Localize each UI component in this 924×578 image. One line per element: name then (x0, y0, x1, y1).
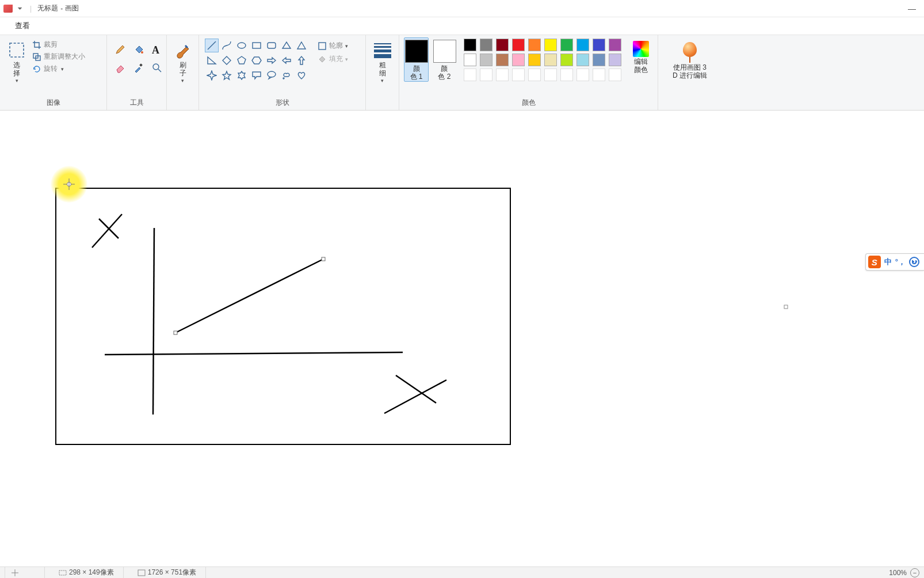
svg-rect-0 (10, 43, 24, 57)
color-swatch[interactable] (576, 54, 589, 66)
fill-button[interactable]: 填充▾ (318, 54, 348, 64)
color-swatch[interactable] (560, 39, 573, 51)
text-tool[interactable]: A (152, 44, 162, 55)
color-swatch[interactable] (512, 54, 525, 66)
shape-pentagon[interactable] (235, 54, 249, 67)
shape-arrow-up[interactable] (295, 54, 308, 67)
color-swatch[interactable] (512, 39, 525, 51)
canvas[interactable] (0, 115, 788, 553)
color-swatch-empty[interactable] (496, 69, 509, 81)
color-swatch[interactable] (609, 54, 621, 66)
svg-point-3 (141, 51, 143, 54)
edit-colors-button[interactable]: 编辑 颜色 (629, 37, 653, 74)
shape-oval[interactable] (235, 39, 249, 52)
color-swatch[interactable] (593, 39, 605, 51)
shape-diamond[interactable] (220, 54, 234, 67)
color-swatch-empty[interactable] (464, 69, 476, 81)
svg-line-17 (175, 259, 323, 333)
ime-punctuation[interactable]: °， (895, 257, 906, 267)
color-swatch-empty[interactable] (576, 69, 589, 81)
shape-star5[interactable] (220, 69, 234, 82)
paint3d-button[interactable]: 使用画图 3 D 进行编辑 (663, 37, 717, 93)
resize-icon (32, 52, 41, 62)
color2-button[interactable]: 颜 色 2 (432, 37, 457, 81)
color-swatch[interactable] (464, 54, 476, 66)
shape-hexagon[interactable] (250, 54, 264, 67)
workspace[interactable] (0, 111, 924, 566)
svg-rect-24 (138, 570, 145, 576)
ime-emoji-icon[interactable] (909, 257, 919, 267)
color-swatch[interactable] (480, 39, 492, 51)
color1-swatch (405, 40, 428, 63)
shape-star6[interactable] (235, 69, 249, 82)
shapes-gallery[interactable] (204, 37, 310, 83)
crop-button[interactable]: 裁剪 (32, 40, 85, 50)
shape-triangle[interactable] (295, 39, 308, 52)
color-swatch-empty[interactable] (480, 69, 492, 81)
shape-line[interactable] (205, 39, 219, 52)
color-swatch-empty[interactable] (512, 69, 525, 81)
color-swatch[interactable] (593, 54, 605, 66)
svg-line-13 (92, 214, 122, 248)
color-swatch[interactable] (609, 39, 621, 51)
shape-rect[interactable] (250, 39, 264, 52)
magnifier-tool[interactable] (152, 63, 162, 73)
shape-callout-oval[interactable] (265, 69, 278, 82)
outline-button[interactable]: 轮廓▾ (318, 41, 348, 51)
color-swatch[interactable] (528, 54, 541, 66)
shape-polygon[interactable] (280, 39, 293, 52)
color-swatch-empty[interactable] (544, 69, 557, 81)
shape-callout-cloud[interactable] (280, 69, 293, 82)
color-swatch[interactable] (544, 54, 557, 66)
shape-curve[interactable] (220, 39, 234, 52)
color-swatch[interactable] (464, 39, 476, 51)
pencil-tool[interactable] (115, 44, 125, 55)
thickness-icon (374, 43, 391, 58)
bucket-tool[interactable] (133, 44, 144, 55)
brush-icon (174, 41, 192, 59)
eraser-tool[interactable] (115, 63, 125, 73)
shape-star4[interactable] (205, 69, 219, 82)
rotate-icon (32, 64, 41, 74)
minimize-button[interactable]: — (908, 4, 916, 13)
qat-dropdown-icon[interactable]: ⏷ (15, 5, 25, 12)
size-button[interactable]: 粗 细 ▾ (371, 37, 394, 93)
ime-language[interactable]: 中 (884, 257, 892, 267)
select-button[interactable]: 选 择 ▾ (5, 37, 29, 93)
rainbow-icon (633, 41, 649, 57)
color-swatch-empty[interactable] (560, 69, 573, 81)
color-swatch-empty[interactable] (528, 69, 541, 81)
color2-swatch (433, 40, 456, 63)
paint3d-icon (682, 42, 698, 63)
shape-callout-rect[interactable] (250, 69, 264, 82)
svg-rect-22 (784, 305, 788, 309)
title-bar: ⏷ | 无标题 - 画图 — (0, 0, 924, 17)
crop-icon (32, 40, 41, 50)
group-label-image: 图像 (5, 97, 102, 109)
color-swatch[interactable] (496, 54, 509, 66)
color-swatch-empty[interactable] (609, 69, 621, 81)
color-swatch[interactable] (496, 39, 509, 51)
color1-button[interactable]: 颜 色 1 (404, 37, 429, 82)
shape-roundrect[interactable] (265, 39, 278, 52)
ime-toolbar[interactable]: S 中 °， (865, 253, 924, 271)
resize-button[interactable]: 重新调整大小 (32, 52, 85, 62)
color-swatch[interactable] (528, 39, 541, 51)
color-swatch[interactable] (576, 39, 589, 51)
tab-view[interactable]: 查看 (10, 18, 35, 33)
color-swatch-empty[interactable] (593, 69, 605, 81)
fill-icon (318, 55, 327, 64)
color-swatch[interactable] (560, 54, 573, 66)
shape-right-triangle[interactable] (205, 54, 219, 67)
shape-heart[interactable] (295, 69, 308, 82)
shape-arrow-left[interactable] (280, 54, 293, 67)
color-swatch[interactable] (480, 54, 492, 66)
rotate-button[interactable]: 旋转▾ (32, 64, 85, 74)
eyedropper-tool[interactable] (133, 63, 144, 73)
brushes-button[interactable]: 刷 子 ▾ (171, 37, 194, 93)
shape-arrow-right[interactable] (265, 54, 278, 67)
zoom-out-button[interactable]: − (910, 568, 919, 577)
color-swatch[interactable] (544, 39, 557, 51)
color-palette[interactable] (460, 37, 626, 83)
status-bar: 298 × 149像素 1726 × 751像素 100% − (0, 566, 924, 578)
